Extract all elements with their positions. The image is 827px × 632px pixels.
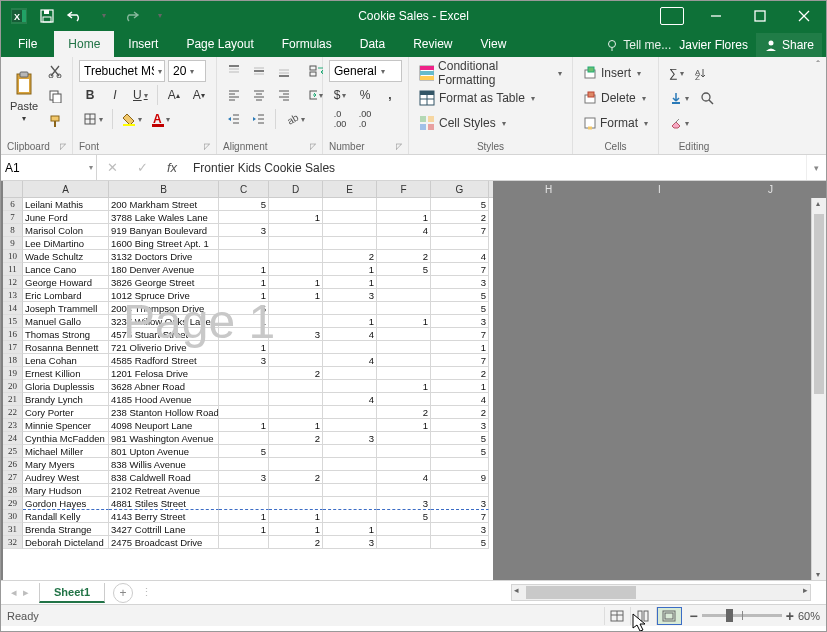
cell[interactable]: 3	[431, 419, 489, 432]
cell[interactable]: 3	[219, 224, 269, 237]
cell[interactable]: 4	[431, 250, 489, 263]
cell[interactable]	[377, 328, 431, 341]
comma-format-icon[interactable]: ,	[379, 84, 401, 106]
cell[interactable]: 801 Upton Avenue	[109, 445, 219, 458]
cell[interactable]: 1201 Felosa Drive	[109, 367, 219, 380]
cell[interactable]: 3826 George Street	[109, 276, 219, 289]
cell[interactable]	[431, 484, 489, 497]
cell[interactable]: 1	[219, 289, 269, 302]
cell[interactable]	[377, 198, 431, 211]
cell[interactable]	[377, 458, 431, 471]
expand-formula-bar-icon[interactable]: ▾	[806, 155, 826, 180]
table-row[interactable]: 16Thomas Strong4575 Stuart Street347	[3, 328, 493, 341]
fill-icon[interactable]	[665, 87, 693, 109]
cell[interactable]	[431, 237, 489, 250]
cell[interactable]: 238 Stanton Hollow Road	[109, 406, 219, 419]
cell[interactable]: 3	[323, 289, 377, 302]
cell[interactable]	[219, 432, 269, 445]
cell[interactable]: 3	[219, 471, 269, 484]
row-header[interactable]: 31	[3, 523, 23, 536]
cell[interactable]: 1	[377, 211, 431, 224]
cell[interactable]	[323, 211, 377, 224]
undo-dropdown[interactable]	[91, 4, 115, 28]
cell[interactable]: 4	[323, 354, 377, 367]
minimize-icon[interactable]	[694, 1, 738, 30]
table-row[interactable]: 10Wade Schultz3132 Doctors Drive224	[3, 250, 493, 263]
cell[interactable]: 4185 Hood Avenue	[109, 393, 219, 406]
font-size-combo[interactable]: 20▾	[168, 60, 206, 82]
cell[interactable]	[219, 458, 269, 471]
cell[interactable]: 3	[323, 536, 377, 549]
cell[interactable]: 1	[431, 380, 489, 393]
cell[interactable]: Gordon Hayes	[23, 497, 109, 510]
cell[interactable]: Ernest Killion	[23, 367, 109, 380]
col-header-e[interactable]: E	[323, 181, 377, 197]
cell[interactable]: 1	[219, 276, 269, 289]
cell[interactable]: Lee DiMartino	[23, 237, 109, 250]
col-header-g[interactable]: G	[431, 181, 489, 197]
tab-split-handle[interactable]: ⋮	[133, 586, 161, 599]
tell-me-search[interactable]: Tell me...	[605, 38, 671, 52]
new-sheet-icon[interactable]: +	[113, 583, 133, 603]
col-header-i[interactable]: I	[604, 181, 715, 198]
col-header-f[interactable]: F	[377, 181, 431, 197]
formula-input[interactable]: Frontier Kids Cookie Sales	[187, 155, 806, 180]
row-header[interactable]: 12	[3, 276, 23, 289]
row-header[interactable]: 25	[3, 445, 23, 458]
clipboard-launcher-icon[interactable]: ◸	[60, 142, 66, 151]
table-row[interactable]: 18Lena Cohan4585 Radford Street347	[3, 354, 493, 367]
cell[interactable]	[269, 458, 323, 471]
cell[interactable]: 3	[431, 276, 489, 289]
cell[interactable]	[269, 224, 323, 237]
table-row[interactable]: 12George Howard3826 George Street1113	[3, 276, 493, 289]
orientation-icon[interactable]: ab	[281, 108, 309, 130]
cell[interactable]: Cory Porter	[23, 406, 109, 419]
cell[interactable]	[219, 406, 269, 419]
cell[interactable]: 981 Washington Avenue	[109, 432, 219, 445]
increase-decimal-icon[interactable]: .0.00	[329, 108, 351, 130]
cell[interactable]: 5	[431, 432, 489, 445]
cell[interactable]	[219, 237, 269, 250]
cell[interactable]: 3	[431, 523, 489, 536]
cell[interactable]	[377, 536, 431, 549]
col-header-a[interactable]: A	[23, 181, 109, 197]
copy-icon[interactable]	[44, 85, 66, 107]
cell[interactable]: 4	[431, 393, 489, 406]
cell[interactable]: 4585 Radford Street	[109, 354, 219, 367]
tab-review[interactable]: Review	[399, 31, 466, 57]
cell[interactable]: Lena Cohan	[23, 354, 109, 367]
cell[interactable]	[269, 198, 323, 211]
cell[interactable]	[323, 497, 377, 510]
cell[interactable]: 1	[269, 523, 323, 536]
cell[interactable]: 3628 Abner Road	[109, 380, 219, 393]
cell[interactable]: Lance Cano	[23, 263, 109, 276]
zoom-handle[interactable]	[726, 609, 733, 622]
cell[interactable]: 2	[269, 536, 323, 549]
cell[interactable]	[377, 445, 431, 458]
cell[interactable]: Deborah Dicteland	[23, 536, 109, 549]
font-name-combo[interactable]: Trebuchet MS▾	[79, 60, 165, 82]
data-rows[interactable]: Page 1 6Leilani Mathis200 Markham Street…	[3, 198, 493, 580]
table-row[interactable]: 31Brenda Strange3427 Cottrill Lane1113	[3, 523, 493, 536]
user-name[interactable]: Javier Flores	[679, 38, 748, 52]
cell[interactable]: 3	[323, 432, 377, 445]
table-row[interactable]: 6Leilani Mathis200 Markham Street55	[3, 198, 493, 211]
normal-view-icon[interactable]	[604, 607, 630, 625]
cell[interactable]	[269, 445, 323, 458]
maximize-icon[interactable]	[738, 1, 782, 30]
cell[interactable]: Gloria Duplessis	[23, 380, 109, 393]
cell[interactable]: 1	[269, 276, 323, 289]
table-row[interactable]: 19Ernest Killion1201 Felosa Drive22	[3, 367, 493, 380]
table-row[interactable]: 32Deborah Dicteland2475 Broadcast Drive2…	[3, 536, 493, 549]
cell[interactable]: 1	[219, 510, 269, 523]
collapse-ribbon-icon[interactable]: ˆ	[816, 59, 820, 71]
cell[interactable]	[219, 367, 269, 380]
sort-filter-icon[interactable]: AZ	[691, 62, 713, 84]
cell[interactable]	[219, 211, 269, 224]
cell[interactable]: 3237 Willow Oaks Lane	[109, 315, 219, 328]
cell[interactable]	[323, 367, 377, 380]
cell[interactable]	[323, 510, 377, 523]
cell[interactable]: 2	[431, 367, 489, 380]
row-header[interactable]: 21	[3, 393, 23, 406]
cell[interactable]	[269, 302, 323, 315]
